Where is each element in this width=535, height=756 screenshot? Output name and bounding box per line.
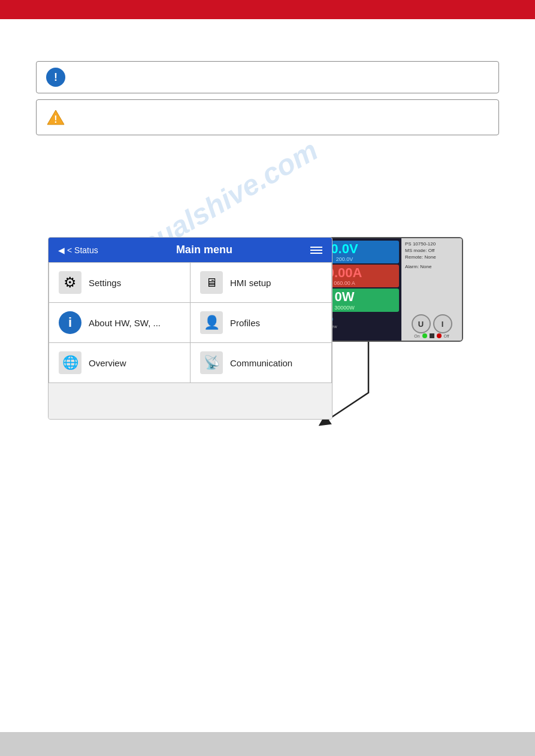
menu-item-communication[interactable]: 📡 Communication <box>191 343 331 382</box>
power-value: 0W <box>335 290 355 304</box>
profiles-icon: 👤 <box>200 311 223 334</box>
hamburger-line-2 <box>310 250 322 251</box>
led-on <box>422 333 427 338</box>
hamburger-line-3 <box>310 253 322 254</box>
hamburger-menu[interactable] <box>310 247 322 254</box>
menu-item-about[interactable]: i About HW, SW, ... <box>49 303 190 342</box>
menu-title: Main menu <box>176 244 232 256</box>
hamburger-line-1 <box>310 247 322 248</box>
about-icon: i <box>59 311 81 334</box>
device-leds: On Off <box>405 333 458 338</box>
overview-label: Overview <box>89 358 126 368</box>
menu-item-overview[interactable]: 🌐 Overview <box>49 343 190 382</box>
menu-item-profiles[interactable]: 👤 Profiles <box>191 303 331 342</box>
u-button[interactable]: U <box>412 314 431 333</box>
warning-notice-box: ! <box>36 99 499 135</box>
profiles-label: Profiles <box>230 318 260 328</box>
bottom-bar <box>0 732 535 756</box>
svg-text:!: ! <box>54 114 57 125</box>
hmi-icon: 🖥 <box>200 271 223 294</box>
warning-triangle-svg: ! <box>46 108 65 127</box>
device-right-panel: PS 10750-120 MS mode: Off Remote: None A… <box>401 238 462 341</box>
settings-icon: ⚙ <box>59 271 81 294</box>
menu-footer <box>49 383 332 419</box>
hmi-setup-label: HMI setup <box>230 278 271 288</box>
info-icon: ! <box>46 68 65 87</box>
menu-grid: ⚙ Settings 🖥 HMI setup i About HW, SW, .… <box>49 262 332 383</box>
communication-label: Communication <box>230 358 292 368</box>
i-button[interactable]: I <box>433 314 452 333</box>
led-square <box>430 333 434 338</box>
overview-icon: 🌐 <box>59 351 81 374</box>
warning-icon: ! <box>46 108 65 127</box>
led-off <box>437 333 442 338</box>
menu-item-settings[interactable]: ⚙ Settings <box>49 263 190 302</box>
device-buttons-row: U I <box>405 314 458 333</box>
back-button[interactable]: ◀ < Status <box>58 245 98 255</box>
main-menu-panel: ◀ < Status Main menu ⚙ Settings <box>48 237 333 420</box>
device-info-text: PS 10750-120 MS mode: Off Remote: None A… <box>405 241 458 270</box>
communication-icon: 📡 <box>200 351 223 374</box>
about-label: About HW, SW, ... <box>89 318 161 328</box>
settings-label: Settings <box>89 278 121 288</box>
info-notice-box: ! <box>36 61 499 93</box>
device-area: 0.0V 200.0V 0.00A 060.00 A 0W 30000W ☰ <box>48 237 499 536</box>
voltage-value: 0.0V <box>331 242 358 256</box>
menu-item-hmi-setup[interactable]: 🖥 HMI setup <box>191 263 331 302</box>
top-bar <box>0 0 535 19</box>
menu-header: ◀ < Status Main menu <box>49 238 332 262</box>
